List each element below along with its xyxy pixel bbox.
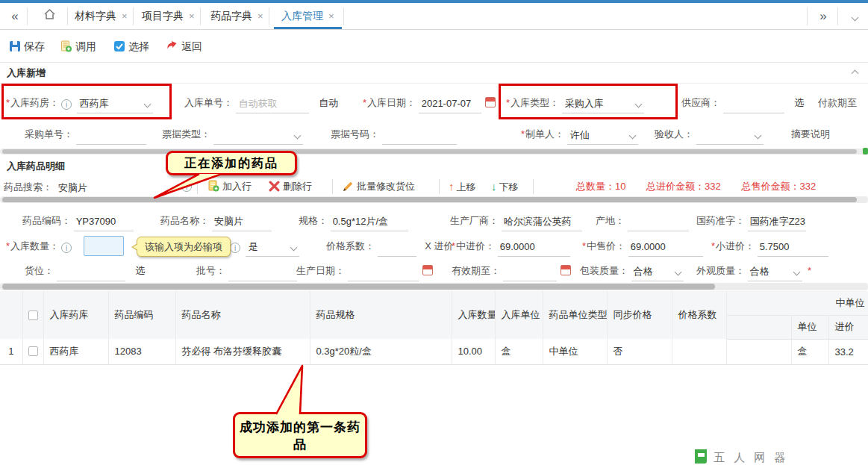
close-icon[interactable]: × [122, 10, 128, 22]
horizontal-scrollbar[interactable] [0, 196, 868, 203]
tab-drug-dict[interactable]: 药品字典× [210, 3, 263, 29]
horizontal-scrollbar[interactable] [0, 149, 868, 155]
invoke-button[interactable]: 调用 [60, 37, 96, 55]
expiry-date-input[interactable] [503, 262, 557, 281]
save-button[interactable]: 保存 [9, 37, 45, 55]
detail-section-header: 入库药品明细 [0, 155, 868, 177]
scrollbar-thumb[interactable] [2, 197, 857, 202]
purchase-no-input[interactable] [76, 125, 146, 145]
select-button[interactable]: 选择 [113, 37, 149, 55]
select-all-checkbox[interactable] [28, 310, 38, 320]
close-icon[interactable]: × [328, 10, 334, 22]
cell-drug-name: 芬必得 布洛芬缓释胶囊 [175, 339, 310, 364]
chevron-down-icon [293, 132, 301, 140]
scrollbar-thumb[interactable] [2, 284, 715, 290]
prod-date-input[interactable] [348, 262, 419, 281]
close-icon[interactable]: × [189, 10, 195, 22]
up-arrow-icon: ↑ [449, 180, 455, 193]
appearance-quality-select[interactable]: 合格 [748, 262, 802, 281]
field-spec: 规格： 0.5g*12片/盒 [299, 210, 408, 231]
close-icon[interactable]: × [257, 10, 263, 22]
table-row[interactable]: 1 西药库 12083 芬必得 布洛芬缓释胶囊 0.3g*20粒/盒 10.00… [0, 339, 868, 364]
col-subheader-price: 进价 [828, 315, 868, 339]
package-quality-select[interactable]: 合格 [631, 262, 684, 281]
batch-modify-location-button[interactable]: 批量修改货位 [343, 177, 415, 196]
home-tab[interactable] [34, 6, 64, 27]
calendar-icon[interactable] [422, 265, 433, 275]
tabs-scroll-right-button[interactable]: » [814, 6, 833, 27]
horizontal-scrollbar[interactable] [0, 283, 868, 290]
acceptor-select[interactable] [696, 125, 764, 145]
cell-qty: 10.00 [452, 339, 495, 364]
manufacturer-input[interactable]: 哈尔滨蒲公英药 [502, 212, 582, 231]
drug-code-input[interactable]: YP37090 [74, 212, 134, 231]
back-button[interactable]: 返回 [166, 37, 202, 55]
field-expiry-date: 有效期至： [452, 260, 571, 281]
row-checkbox[interactable] [28, 346, 38, 356]
field-entry-qty: *入库数量：i [6, 236, 74, 257]
maker-select[interactable]: 许仙 [567, 125, 638, 145]
chevron-down-icon [290, 244, 297, 252]
field-entry-order-no: 入库单号： 自动获取 自动 [184, 93, 338, 113]
mid-purchase-price-input[interactable]: 69.0000 [498, 237, 570, 257]
move-down-button[interactable]: ↓下移 [491, 177, 519, 196]
spec-input[interactable]: 0.5g*12片/盒 [331, 212, 408, 231]
approval-no-input[interactable]: 国药准字Z23 [748, 212, 806, 231]
auto-fetch-link[interactable]: 自动 [319, 97, 338, 108]
checkbox-checked-icon [113, 40, 125, 52]
drug-name-input[interactable]: 安脑片 [212, 212, 272, 231]
field-purchase-no: 采购单号： [25, 124, 146, 145]
cell-mid-blank [726, 339, 791, 364]
supplier-select-link[interactable]: 选 [794, 97, 804, 108]
cell-unit-type: 中单位 [543, 339, 607, 364]
entry-type-select[interactable]: 采购入库 [562, 94, 644, 113]
field-maker: *制单人： 许仙 [521, 124, 638, 145]
delete-row-button[interactable]: 删除行 [269, 177, 312, 196]
info-icon[interactable]: i [61, 99, 72, 110]
ticket-type-select[interactable] [213, 125, 303, 145]
field-drug-code: 药品编码： YP37090 [22, 210, 134, 231]
entry-order-no-input[interactable]: 自动获取 [236, 94, 309, 113]
watermark-logo: 五 人 网 器 [693, 448, 789, 465]
entry-section-header: 入库新增 [0, 63, 868, 84]
tab-project-dict[interactable]: 项目字典× [142, 3, 195, 29]
entry-date-input[interactable]: 2021-07-07 [419, 94, 481, 113]
calendar-icon[interactable] [485, 97, 496, 107]
origin-input[interactable] [628, 212, 689, 231]
col-header-warehouse: 入库药库 [43, 291, 108, 339]
cell-drug-spec: 0.3g*20粒/盒 [310, 339, 452, 364]
tab-material-dict[interactable]: 材料字典× [75, 3, 128, 29]
supplier-input[interactable] [723, 94, 784, 113]
field-small-purchase-price: *小进价： 5.7500 [711, 236, 828, 257]
col-header-price-factor: 价格系数 [672, 291, 726, 339]
price-factor-input[interactable] [378, 237, 416, 257]
location-input[interactable] [57, 262, 125, 281]
section-title: 入库药品明细 [7, 160, 65, 173]
tab-bar: « 材料字典× 项目字典× 药品字典× 入库管理× » [0, 3, 868, 30]
chevron-down-icon [628, 132, 636, 140]
tab-entry-management[interactable]: 入库管理× [281, 3, 334, 29]
field-mid-purchase-price: *中进价： 69.0000 [452, 236, 570, 257]
pencil-icon [343, 181, 354, 192]
calendar-icon[interactable] [561, 265, 571, 275]
collapse-section-icon[interactable] [852, 70, 859, 78]
entry-qty-input[interactable] [84, 236, 124, 256]
callout-adding-tail [146, 173, 229, 200]
scrollbar-thumb[interactable] [2, 149, 857, 154]
move-up-button[interactable]: ↑上移 [449, 177, 476, 196]
tabs-menu-button[interactable] [845, 6, 864, 27]
sync-price-select[interactable]: 是 [246, 237, 299, 257]
col-header-qty: 入库数量 [452, 291, 495, 339]
entry-pharmacy-select[interactable]: 西药库 [77, 94, 153, 113]
location-select-link[interactable]: 选 [135, 265, 145, 276]
tabs-collapse-button[interactable]: « [6, 6, 24, 27]
col-subheader-blank [726, 315, 791, 339]
field-ticket-type: 票据类型： [162, 124, 303, 145]
field-appearance-quality: 外观质量： 合格 [696, 260, 802, 281]
info-icon[interactable]: i [61, 243, 72, 253]
info-icon[interactable]: i [230, 243, 240, 253]
small-purchase-price-input[interactable]: 5.7500 [758, 237, 828, 257]
ticket-no-input[interactable] [382, 125, 457, 145]
batch-no-input[interactable] [228, 262, 297, 281]
mid-sale-price-input[interactable]: 69.0000 [628, 237, 703, 257]
